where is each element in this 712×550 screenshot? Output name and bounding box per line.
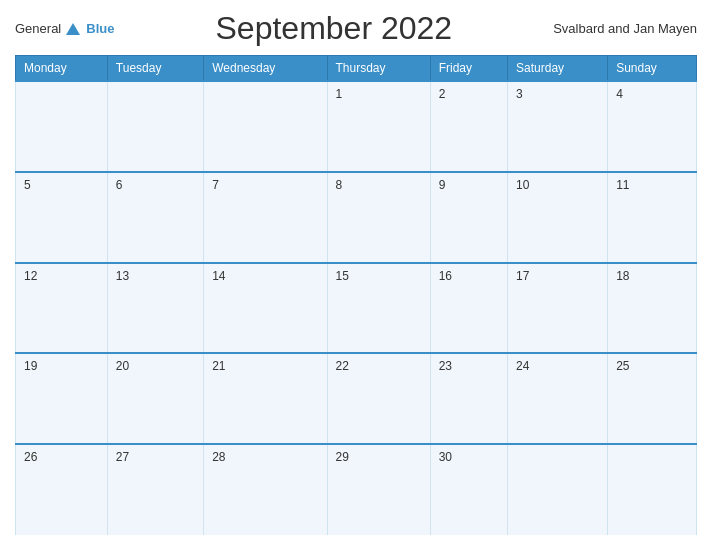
calendar-day-cell bbox=[107, 81, 203, 172]
calendar-day-cell: 8 bbox=[327, 172, 430, 263]
calendar-day-cell: 22 bbox=[327, 353, 430, 444]
day-number: 3 bbox=[516, 87, 523, 101]
calendar-day-cell: 27 bbox=[107, 444, 203, 535]
calendar-day-cell: 15 bbox=[327, 263, 430, 354]
day-number: 25 bbox=[616, 359, 629, 373]
calendar-day-cell: 9 bbox=[430, 172, 507, 263]
calendar-day-cell: 28 bbox=[204, 444, 327, 535]
calendar-day-cell: 4 bbox=[608, 81, 697, 172]
day-number: 4 bbox=[616, 87, 623, 101]
calendar-day-cell: 21 bbox=[204, 353, 327, 444]
day-number: 11 bbox=[616, 178, 629, 192]
calendar-day-cell: 16 bbox=[430, 263, 507, 354]
calendar-day-cell: 18 bbox=[608, 263, 697, 354]
calendar-day-cell: 29 bbox=[327, 444, 430, 535]
logo-triangle-icon bbox=[66, 23, 80, 35]
day-number: 9 bbox=[439, 178, 446, 192]
logo: General Blue bbox=[15, 20, 114, 38]
day-number: 22 bbox=[336, 359, 349, 373]
calendar-day-cell: 19 bbox=[16, 353, 108, 444]
calendar-day-cell bbox=[204, 81, 327, 172]
day-number: 28 bbox=[212, 450, 225, 464]
weekday-header: Saturday bbox=[508, 56, 608, 82]
day-number: 30 bbox=[439, 450, 452, 464]
calendar-wrapper: General Blue September 2022 Svalbard and… bbox=[0, 0, 712, 550]
logo-general: General bbox=[15, 21, 61, 36]
calendar-day-cell bbox=[508, 444, 608, 535]
day-number: 7 bbox=[212, 178, 219, 192]
calendar-week-row: 567891011 bbox=[16, 172, 697, 263]
day-number: 6 bbox=[116, 178, 123, 192]
calendar-day-cell: 17 bbox=[508, 263, 608, 354]
day-number: 27 bbox=[116, 450, 129, 464]
calendar-day-cell bbox=[16, 81, 108, 172]
calendar-day-cell: 23 bbox=[430, 353, 507, 444]
day-number: 1 bbox=[336, 87, 343, 101]
calendar-day-cell: 7 bbox=[204, 172, 327, 263]
day-number: 24 bbox=[516, 359, 529, 373]
day-number: 16 bbox=[439, 269, 452, 283]
calendar-body: 1234567891011121314151617181920212223242… bbox=[16, 81, 697, 535]
calendar-day-cell: 6 bbox=[107, 172, 203, 263]
calendar-day-cell: 13 bbox=[107, 263, 203, 354]
calendar-day-cell: 25 bbox=[608, 353, 697, 444]
calendar-day-cell: 26 bbox=[16, 444, 108, 535]
calendar-table: MondayTuesdayWednesdayThursdayFridaySatu… bbox=[15, 55, 697, 535]
day-number: 19 bbox=[24, 359, 37, 373]
region-label: Svalbard and Jan Mayen bbox=[553, 21, 697, 36]
weekday-header: Monday bbox=[16, 56, 108, 82]
day-number: 21 bbox=[212, 359, 225, 373]
weekday-header: Thursday bbox=[327, 56, 430, 82]
calendar-header-row: MondayTuesdayWednesdayThursdayFridaySatu… bbox=[16, 56, 697, 82]
day-number: 15 bbox=[336, 269, 349, 283]
calendar-day-cell: 11 bbox=[608, 172, 697, 263]
calendar-day-cell: 24 bbox=[508, 353, 608, 444]
calendar-week-row: 1234 bbox=[16, 81, 697, 172]
day-number: 10 bbox=[516, 178, 529, 192]
calendar-week-row: 12131415161718 bbox=[16, 263, 697, 354]
calendar-week-row: 19202122232425 bbox=[16, 353, 697, 444]
calendar-day-cell: 10 bbox=[508, 172, 608, 263]
calendar-day-cell: 3 bbox=[508, 81, 608, 172]
day-number: 23 bbox=[439, 359, 452, 373]
day-number: 8 bbox=[336, 178, 343, 192]
weekday-header: Sunday bbox=[608, 56, 697, 82]
calendar-day-cell: 5 bbox=[16, 172, 108, 263]
day-number: 17 bbox=[516, 269, 529, 283]
calendar-day-cell: 1 bbox=[327, 81, 430, 172]
calendar-day-cell: 20 bbox=[107, 353, 203, 444]
day-number: 18 bbox=[616, 269, 629, 283]
day-number: 13 bbox=[116, 269, 129, 283]
calendar-day-cell: 14 bbox=[204, 263, 327, 354]
day-number: 20 bbox=[116, 359, 129, 373]
weekday-header: Wednesday bbox=[204, 56, 327, 82]
weekday-header: Friday bbox=[430, 56, 507, 82]
calendar-day-cell: 2 bbox=[430, 81, 507, 172]
day-number: 2 bbox=[439, 87, 446, 101]
calendar-day-cell: 30 bbox=[430, 444, 507, 535]
day-number: 29 bbox=[336, 450, 349, 464]
day-number: 26 bbox=[24, 450, 37, 464]
calendar-day-cell bbox=[608, 444, 697, 535]
day-number: 14 bbox=[212, 269, 225, 283]
logo-blue: Blue bbox=[86, 21, 114, 36]
calendar-week-row: 2627282930 bbox=[16, 444, 697, 535]
calendar-day-cell: 12 bbox=[16, 263, 108, 354]
day-number: 5 bbox=[24, 178, 31, 192]
weekday-header: Tuesday bbox=[107, 56, 203, 82]
month-title: September 2022 bbox=[114, 10, 553, 47]
calendar-header: General Blue September 2022 Svalbard and… bbox=[15, 10, 697, 47]
day-number: 12 bbox=[24, 269, 37, 283]
